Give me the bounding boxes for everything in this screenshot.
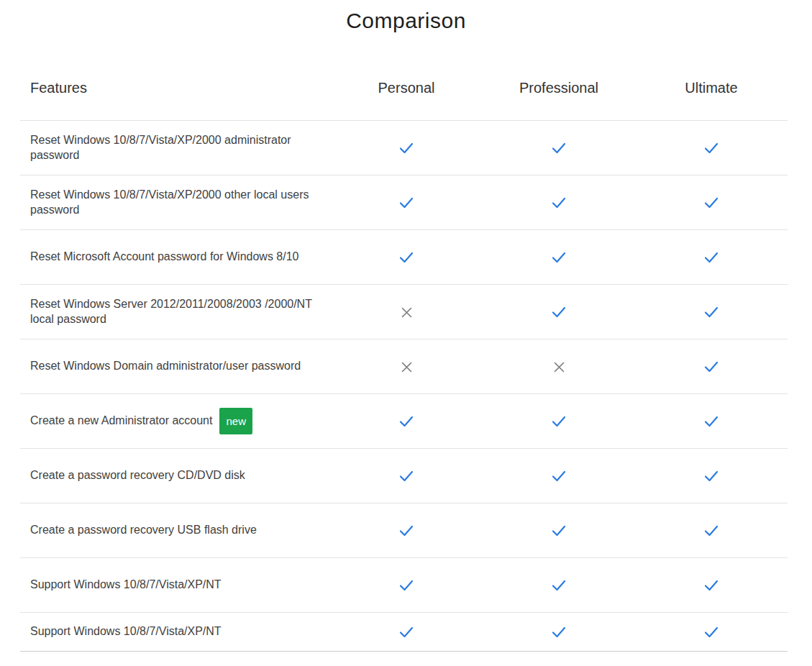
plan-cell-ultimate bbox=[635, 579, 788, 592]
check-icon bbox=[704, 580, 719, 591]
plan-cell-professional bbox=[483, 251, 635, 264]
feature-cell: Reset Windows Server 2012/2011/2008/2003… bbox=[20, 297, 330, 327]
plan-cell-ultimate bbox=[635, 470, 788, 483]
comparison-page: Comparison Features Personal Professiona… bbox=[0, 0, 812, 666]
check-icon bbox=[399, 252, 414, 263]
feature-cell: Support Windows 10/8/7/Vista/XP/NT bbox=[20, 624, 330, 639]
plan-cell-ultimate bbox=[635, 142, 788, 155]
plan-cell-personal bbox=[330, 306, 483, 319]
plan-cell-ultimate bbox=[635, 360, 788, 373]
plan-cell-ultimate bbox=[635, 251, 788, 264]
check-icon bbox=[704, 416, 719, 427]
cross-icon bbox=[401, 362, 412, 373]
plan-cell-personal bbox=[330, 470, 483, 483]
table-row: Support Windows 10/8/7/Vista/XP/NT bbox=[20, 613, 788, 652]
check-icon bbox=[552, 626, 566, 638]
check-icon bbox=[704, 306, 719, 318]
feature-cell: Reset Microsoft Account password for Win… bbox=[20, 250, 330, 265]
table-row: Support Windows 10/8/7/Vista/XP/NT bbox=[20, 558, 788, 613]
check-icon bbox=[552, 197, 566, 209]
check-icon bbox=[399, 626, 414, 638]
table-row: Reset Windows Server 2012/2011/2008/2003… bbox=[20, 285, 788, 339]
plan-cell-personal bbox=[330, 626, 483, 639]
feature-cell: Create a new Administrator accountnew bbox=[20, 408, 330, 434]
check-icon bbox=[704, 470, 719, 482]
table-row: Reset Windows 10/8/7/Vista/XP/2000 admin… bbox=[20, 121, 788, 175]
check-icon bbox=[399, 470, 414, 482]
column-header-features: Features bbox=[20, 80, 330, 96]
cross-icon bbox=[554, 362, 565, 373]
plan-cell-personal bbox=[330, 142, 483, 155]
check-icon bbox=[552, 142, 566, 154]
feature-cell: Reset Windows Domain administrator/user … bbox=[20, 359, 330, 374]
plan-cell-personal bbox=[330, 524, 483, 537]
plan-cell-ultimate bbox=[635, 196, 788, 209]
plan-cell-professional bbox=[483, 142, 635, 155]
check-icon bbox=[704, 525, 719, 537]
table-row: Create a password recovery CD/DVD disk bbox=[20, 449, 788, 503]
table-header-row: Features Personal Professional Ultimate bbox=[20, 56, 788, 121]
plan-cell-professional bbox=[483, 470, 635, 483]
feature-cell: Support Windows 10/8/7/Vista/XP/NT bbox=[20, 578, 330, 593]
check-icon bbox=[552, 416, 566, 427]
check-icon bbox=[399, 142, 414, 154]
feature-label: Reset Windows Server 2012/2011/2008/2003… bbox=[30, 297, 321, 327]
plan-cell-ultimate bbox=[635, 524, 788, 537]
check-icon bbox=[552, 306, 566, 318]
feature-label: Support Windows 10/8/7/Vista/XP/NT bbox=[30, 624, 222, 639]
check-icon bbox=[552, 580, 566, 591]
check-icon bbox=[552, 470, 566, 482]
check-icon bbox=[704, 197, 719, 209]
check-icon bbox=[704, 142, 719, 154]
feature-cell: Create a password recovery CD/DVD disk bbox=[20, 468, 330, 483]
check-icon bbox=[399, 416, 414, 427]
cross-icon bbox=[401, 307, 412, 318]
plan-cell-professional bbox=[483, 524, 635, 537]
check-icon bbox=[399, 580, 414, 591]
plan-cell-professional bbox=[483, 196, 635, 209]
plan-cell-personal bbox=[330, 415, 483, 428]
feature-cell: Reset Windows 10/8/7/Vista/XP/2000 other… bbox=[20, 188, 330, 218]
table-row: Create a new Administrator accountnew bbox=[20, 394, 788, 449]
table-row: Reset Microsoft Account password for Win… bbox=[20, 230, 788, 285]
check-icon bbox=[552, 525, 566, 537]
feature-label: Support Windows 10/8/7/Vista/XP/NT bbox=[30, 578, 222, 593]
plan-cell-personal bbox=[330, 579, 483, 592]
comparison-table: Features Personal Professional Ultimate … bbox=[20, 56, 795, 652]
check-icon bbox=[704, 252, 719, 263]
feature-cell: Reset Windows 10/8/7/Vista/XP/2000 admin… bbox=[20, 133, 330, 163]
feature-cell: Create a password recovery USB flash dri… bbox=[20, 523, 330, 538]
column-header-personal: Personal bbox=[330, 80, 483, 96]
table-body: Reset Windows 10/8/7/Vista/XP/2000 admin… bbox=[20, 121, 788, 652]
plan-cell-professional bbox=[483, 415, 635, 428]
table-row: Reset Windows Domain administrator/user … bbox=[20, 339, 788, 394]
plan-cell-personal bbox=[330, 360, 483, 373]
feature-label: Create a password recovery CD/DVD disk bbox=[30, 468, 245, 483]
plan-cell-ultimate bbox=[635, 306, 788, 319]
page-title: Comparison bbox=[0, 0, 812, 35]
feature-label: Reset Microsoft Account password for Win… bbox=[30, 250, 299, 265]
check-icon bbox=[552, 252, 566, 263]
plan-cell-ultimate bbox=[635, 626, 788, 639]
plan-cell-professional bbox=[483, 579, 635, 592]
plan-cell-professional bbox=[483, 306, 635, 319]
table-row: Create a password recovery USB flash dri… bbox=[20, 503, 788, 558]
check-icon bbox=[704, 626, 719, 638]
feature-label: Reset Windows 10/8/7/Vista/XP/2000 other… bbox=[30, 188, 321, 218]
new-badge: new bbox=[219, 408, 252, 434]
feature-label: Create a new Administrator account bbox=[30, 414, 212, 429]
table-row: Reset Windows 10/8/7/Vista/XP/2000 other… bbox=[20, 175, 788, 230]
column-header-professional: Professional bbox=[483, 80, 635, 96]
feature-label: Create a password recovery USB flash dri… bbox=[30, 523, 257, 538]
feature-label: Reset Windows 10/8/7/Vista/XP/2000 admin… bbox=[30, 133, 321, 163]
plan-cell-personal bbox=[330, 251, 483, 264]
column-header-ultimate: Ultimate bbox=[635, 80, 788, 96]
plan-cell-professional bbox=[483, 360, 635, 373]
plan-cell-professional bbox=[483, 626, 635, 639]
plan-cell-ultimate bbox=[635, 415, 788, 428]
check-icon bbox=[399, 197, 414, 209]
check-icon bbox=[399, 525, 414, 537]
feature-label: Reset Windows Domain administrator/user … bbox=[30, 359, 301, 374]
plan-cell-personal bbox=[330, 196, 483, 209]
check-icon bbox=[704, 361, 719, 373]
